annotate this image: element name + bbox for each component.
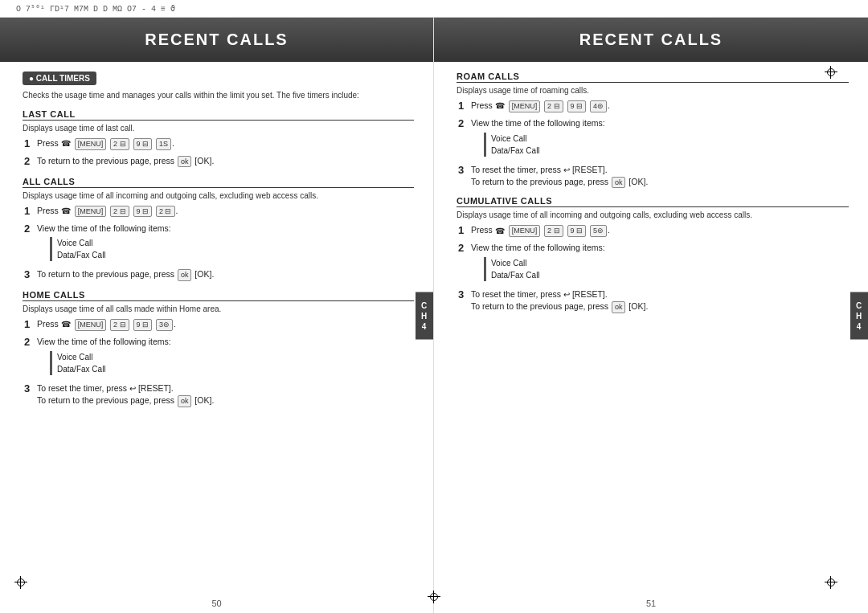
step-num: 3	[458, 288, 466, 302]
key-5: 5⊜	[590, 225, 607, 237]
chapter-marker-right-page: CH4	[850, 292, 868, 339]
all-calls-steps: 1 Press ☎ [MENU] 2 ⊟ 9 ⊟ 2 ⊟. 2 View the…	[24, 205, 414, 282]
phone-icon: ☎	[61, 319, 71, 330]
cumulative-calls-heading: CUMULATIVE CALLS	[457, 196, 849, 207]
phone-icon: ☎	[61, 206, 71, 217]
step-text: To reset the timer, press ↩ [RESET]. To …	[471, 288, 849, 313]
key-9: 9 ⊟	[567, 225, 587, 237]
list-item: Data/Fax Call	[57, 249, 414, 261]
phone-icon: ☎	[61, 138, 71, 149]
key-9: 9 ⊟	[133, 138, 153, 150]
step-text: View the time of the following items: Vo…	[37, 223, 414, 265]
menu-key: [MENU]	[75, 206, 107, 218]
all-calls-step-1: 1 Press ☎ [MENU] 2 ⊟ 9 ⊟ 2 ⊟.	[24, 205, 414, 219]
key-2: 2 ⊟	[110, 319, 129, 331]
call-timers-intro: Checks the usage time and manages your c…	[23, 90, 414, 101]
cumulative-calls-steps: 1 Press ☎ [MENU] 2 ⊟ 9 ⊟ 5⊜. 2 View the …	[458, 224, 849, 313]
key-3: 3⊜	[156, 319, 173, 331]
key-9: 9 ⊟	[567, 100, 587, 112]
step-text: To reset the timer, press ↩ [RESET]. To …	[471, 164, 849, 189]
all-calls-desc: Displays usage time of all incoming and …	[23, 191, 414, 200]
ok-key: ok	[612, 177, 626, 189]
step-num: 3	[24, 268, 32, 282]
list-item: Data/Fax Call	[491, 269, 849, 281]
step-num: 2	[24, 155, 32, 169]
menu-key: [MENU]	[509, 100, 541, 112]
cumulative-calls-desc: Displays usage time of all incoming and …	[457, 210, 849, 219]
left-page: RECENT CALLS CALL TIMERS Checks the usag…	[0, 18, 434, 613]
step-text: Press ☎ [MENU] 2 ⊟ 9 ⊟ 2 ⊟.	[37, 205, 414, 218]
last-call-step-1: 1 Press ☎ [MENU] 2 ⊟ 9 ⊟ 1S.	[24, 137, 414, 151]
reg-mark-bottom-right	[825, 576, 837, 589]
roam-calls-section: ROAM CALLS Displays usage time of roamin…	[457, 72, 849, 188]
list-item: Voice Call	[491, 133, 849, 145]
step-num: 1	[24, 205, 32, 219]
step-num: 1	[24, 137, 32, 151]
step-text: To return to the previous page, press ok…	[37, 155, 414, 168]
home-calls-section: HOME CALLS Displays usage time of all ca…	[23, 290, 414, 407]
last-call-desc: Displays usage time of last call.	[23, 124, 414, 133]
home-calls-heading: HOME CALLS	[23, 290, 414, 301]
chapter-marker-left-page: CH4	[416, 292, 433, 339]
home-calls-step-2: 2 View the time of the following items: …	[24, 336, 414, 378]
key-2: 2 ⊟	[110, 138, 129, 150]
step-text: View the time of the following items: Vo…	[37, 336, 414, 378]
right-page-number: 51	[646, 599, 656, 608]
menu-key: [MENU]	[75, 319, 107, 331]
key-2b: 2 ⊟	[156, 206, 175, 218]
last-call-step-2: 2 To return to the previous page, press …	[24, 155, 414, 169]
menu-key: [MENU]	[509, 225, 541, 237]
ok-key: ok	[178, 395, 192, 407]
reset-icon: ↩	[563, 165, 570, 176]
list-item: Voice Call	[491, 257, 849, 269]
items-box: Voice Call Data/Fax Call	[484, 257, 849, 281]
main-content: RECENT CALLS CALL TIMERS Checks the usag…	[0, 18, 868, 613]
phone-icon: ☎	[495, 226, 505, 237]
key-1s: 1S	[156, 138, 171, 150]
right-page: RECENT CALLS ROAM CALLS Displays usage t…	[434, 18, 868, 613]
all-calls-section: ALL CALLS Displays usage time of all inc…	[23, 177, 414, 282]
last-call-steps: 1 Press ☎ [MENU] 2 ⊟ 9 ⊟ 1S. 2 To return…	[24, 137, 414, 169]
last-call-heading: LAST CALL	[23, 109, 414, 121]
home-calls-step-3: 3 To reset the timer, press ↩ [RESET]. T…	[24, 382, 414, 407]
left-header: RECENT CALLS	[0, 18, 433, 62]
top-metadata-text: O 7⁵⁰¹ ΓD¹7 Μ7Μ D D ΜΩ Ο7 - 4 ≡ ϑ	[16, 4, 175, 14]
step-text: To return to the previous page, press ok…	[37, 268, 414, 281]
left-page-number: 50	[211, 599, 221, 608]
step-text: To reset the timer, press ↩ [RESET]. To …	[37, 382, 414, 407]
list-item: Data/Fax Call	[491, 145, 849, 157]
reg-mark-top-right	[825, 66, 837, 79]
key-2: 2 ⊟	[544, 100, 563, 112]
step-text: Press ☎ [MENU] 2 ⊟ 9 ⊟ 5⊜.	[471, 224, 849, 237]
step-text: View the time of the following items: Vo…	[471, 242, 849, 284]
all-calls-step-3: 3 To return to the previous page, press …	[24, 268, 414, 282]
key-4: 4⊜	[590, 100, 607, 112]
roam-calls-step-1: 1 Press ☎ [MENU] 2 ⊟ 9 ⊟ 4⊜.	[458, 100, 849, 113]
reset-icon: ↩	[563, 289, 570, 300]
step-num: 2	[24, 336, 32, 349]
step-num: 1	[458, 100, 466, 113]
items-box: Voice Call Data/Fax Call	[484, 133, 849, 157]
home-calls-step-1: 1 Press ☎ [MENU] 2 ⊟ 9 ⊟ 3⊜.	[24, 318, 414, 332]
roam-calls-steps: 1 Press ☎ [MENU] 2 ⊟ 9 ⊟ 4⊜. 2 View the …	[458, 100, 849, 188]
roam-calls-desc: Displays usage time of roaming calls.	[457, 86, 849, 95]
step-text: View the time of the following items: Vo…	[471, 117, 849, 160]
roam-calls-step-2: 2 View the time of the following items: …	[458, 117, 849, 160]
step-num: 1	[458, 224, 466, 238]
step-num: 3	[458, 164, 466, 178]
home-calls-desc: Displays usage time of all calls made wi…	[23, 304, 414, 313]
call-timers-section: CALL TIMERS Checks the usage time and ma…	[23, 72, 414, 101]
key-9: 9 ⊟	[133, 206, 153, 218]
right-header: RECENT CALLS	[434, 18, 868, 62]
key-2: 2 ⊟	[110, 206, 129, 218]
ok-key: ok	[612, 301, 626, 313]
all-calls-step-2: 2 View the time of the following items: …	[24, 223, 414, 265]
step-text: Press ☎ [MENU] 2 ⊟ 9 ⊟ 4⊜.	[471, 100, 849, 112]
reg-mark-bottom-left	[14, 576, 27, 589]
center-reg-mark	[428, 591, 440, 603]
roam-calls-step-3: 3 To reset the timer, press ↩ [RESET]. T…	[458, 164, 849, 189]
list-item: Voice Call	[57, 351, 414, 363]
cumulative-calls-section: CUMULATIVE CALLS Displays usage time of …	[457, 196, 849, 313]
step-num: 3	[24, 382, 32, 396]
step-num: 2	[458, 242, 466, 255]
